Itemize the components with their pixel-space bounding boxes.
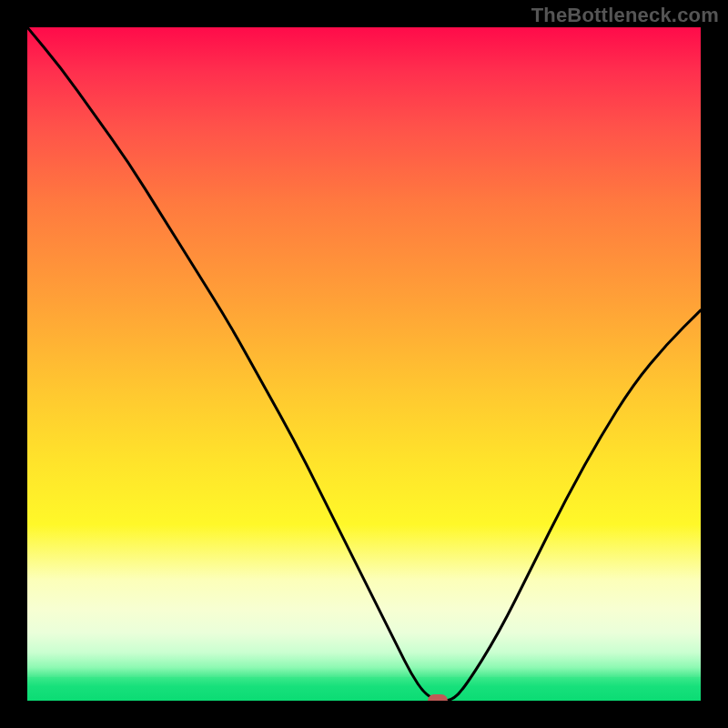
plot-area <box>27 27 701 701</box>
watermark-text: TheBottleneck.com <box>531 4 719 27</box>
curve-path <box>27 27 701 701</box>
chart-frame: TheBottleneck.com <box>0 0 728 728</box>
optimal-marker <box>428 694 448 701</box>
bottleneck-curve <box>27 27 701 701</box>
